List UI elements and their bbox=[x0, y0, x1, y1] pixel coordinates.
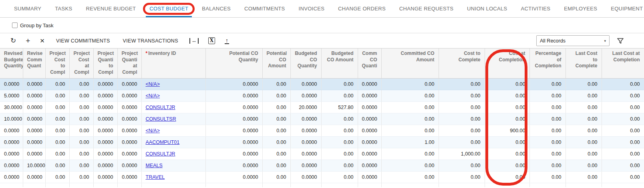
inventory-id-link[interactable]: CONSULTSR bbox=[146, 116, 176, 122]
cell[interactable]: 0.0000 bbox=[117, 136, 141, 148]
tab-tasks[interactable]: TASKS bbox=[51, 3, 76, 17]
tab-change-requests[interactable]: CHANGE REQUESTS bbox=[396, 3, 457, 17]
cell[interactable]: 0.0000 bbox=[23, 171, 45, 183]
cell[interactable]: 0.0000 bbox=[93, 171, 117, 183]
upload-icon[interactable]: ↑ bbox=[225, 37, 229, 44]
cell[interactable]: 0.00 bbox=[69, 78, 93, 90]
cell[interactable]: 0.00 bbox=[45, 160, 69, 171]
cell[interactable]: 0.0000 bbox=[205, 148, 262, 160]
cell[interactable]: 0.00 bbox=[321, 78, 358, 90]
tab-balances[interactable]: BALANCES bbox=[198, 3, 234, 17]
cell[interactable]: 1.00 bbox=[381, 136, 439, 148]
cell[interactable]: 0.00 bbox=[69, 113, 93, 125]
cell[interactable]: 0.00 bbox=[69, 160, 93, 171]
inventory-id-link[interactable]: CONSULTJR bbox=[146, 105, 175, 110]
cell[interactable]: <N/A> bbox=[141, 78, 205, 90]
cell[interactable]: 0.0000 bbox=[93, 136, 117, 148]
records-filter-dropdown[interactable]: All Records ▾ bbox=[536, 35, 610, 46]
cell[interactable]: 0.0000 bbox=[358, 101, 381, 113]
cell[interactable]: 0.0000 bbox=[117, 148, 141, 160]
column-header-project-cost-at-compl[interactable]: Project Cost at Compl bbox=[69, 49, 93, 78]
cell[interactable]: 0.00 bbox=[381, 78, 439, 90]
cell[interactable]: 0.00 bbox=[381, 90, 439, 101]
cell[interactable]: MEALS bbox=[141, 160, 205, 171]
column-header-budgeted-co-quantity[interactable]: Budgeted CO Quantity bbox=[290, 49, 321, 78]
cell[interactable]: 0.00 bbox=[262, 78, 290, 90]
cell[interactable]: 0.0000 bbox=[23, 90, 45, 101]
cell[interactable]: 0.00 bbox=[439, 90, 485, 101]
cell[interactable]: 0.00 bbox=[602, 136, 644, 148]
cell[interactable]: 0.0000 bbox=[117, 171, 141, 183]
table-row[interactable]: 10.00000.00000.000.000.00000.0000CONSULT… bbox=[0, 113, 644, 125]
cell[interactable]: CONSULTJR bbox=[141, 148, 205, 160]
column-header-revised-budgeted-quantity[interactable]: Revised Budgeted Quantity bbox=[0, 49, 23, 78]
cell[interactable]: 0.00 bbox=[69, 125, 93, 136]
cell[interactable]: 0.00 bbox=[321, 136, 358, 148]
cell[interactable]: 0.00 bbox=[381, 171, 439, 183]
table-row[interactable]: 30.00000.00000.000.000.00000.0000CONSULT… bbox=[0, 101, 644, 113]
column-header-last-cost-to-complete[interactable]: Last Cost to Complete bbox=[566, 49, 602, 78]
cell[interactable]: 0.00 bbox=[485, 148, 529, 160]
cell[interactable]: 0.00 bbox=[439, 113, 485, 125]
tab-revenue-budget[interactable]: REVENUE BUDGET bbox=[82, 3, 139, 17]
cell[interactable]: 0.0000 bbox=[358, 171, 381, 183]
inventory-id-link[interactable]: CONSULTJR bbox=[146, 151, 175, 157]
cell[interactable]: 0.00 bbox=[485, 90, 529, 101]
cell[interactable]: 0.00 bbox=[566, 148, 602, 160]
cell[interactable]: 0.00 bbox=[566, 136, 602, 148]
column-header-cost-to-complete[interactable]: Cost to Complete bbox=[439, 49, 485, 78]
cell[interactable]: 0.0000 bbox=[23, 148, 45, 160]
cell[interactable]: <N/A> bbox=[141, 125, 205, 136]
cell[interactable]: 0.00 bbox=[69, 90, 93, 101]
group-by-task-checkbox[interactable] bbox=[12, 22, 18, 28]
cell[interactable]: 0.0000 bbox=[205, 90, 262, 101]
cell[interactable]: 0.00 bbox=[321, 171, 358, 183]
cell[interactable]: 0.0000 bbox=[290, 160, 321, 171]
cell[interactable]: 0.0000 bbox=[0, 160, 23, 171]
cell[interactable]: 0.00 bbox=[321, 125, 358, 136]
cell[interactable]: 527.80 bbox=[321, 101, 358, 113]
cell[interactable]: 0.0000 bbox=[358, 160, 381, 171]
cell[interactable]: 20.0000 bbox=[290, 101, 321, 113]
view-commitments-button[interactable]: VIEW COMMITMENTS bbox=[50, 38, 117, 44]
cell[interactable]: 0.00 bbox=[566, 171, 602, 183]
cell[interactable]: 10.0000 bbox=[23, 160, 45, 171]
cell[interactable]: 900.00 bbox=[485, 125, 529, 136]
cell[interactable]: 0.0000 bbox=[23, 101, 45, 113]
cell[interactable]: 0.00 bbox=[485, 101, 529, 113]
cell[interactable]: 0.00 bbox=[381, 101, 439, 113]
cell[interactable]: 0.0000 bbox=[117, 78, 141, 90]
cell[interactable]: 0.00 bbox=[439, 136, 485, 148]
cell[interactable]: 0.00 bbox=[566, 125, 602, 136]
cell[interactable]: 0.00 bbox=[602, 101, 644, 113]
cell[interactable]: 5.0000 bbox=[0, 90, 23, 101]
inventory-id-link[interactable]: <N/A> bbox=[146, 93, 160, 99]
cell[interactable]: 0.0000 bbox=[117, 125, 141, 136]
cell[interactable]: 10.0000 bbox=[0, 113, 23, 125]
cell[interactable]: 0.0000 bbox=[93, 148, 117, 160]
cell[interactable]: 0.0000 bbox=[117, 90, 141, 101]
cell[interactable]: 0.00 bbox=[45, 148, 69, 160]
cell[interactable]: 0.00 bbox=[69, 101, 93, 113]
cell[interactable]: 0.00 bbox=[262, 113, 290, 125]
column-header-potential-co-quantity[interactable]: Potential CO Quantity bbox=[205, 49, 262, 78]
cell[interactable]: 0.0000 bbox=[0, 136, 23, 148]
cell[interactable]: 0.0000 bbox=[290, 78, 321, 90]
cell[interactable]: CONSULTSR bbox=[141, 113, 205, 125]
cell[interactable]: 0.0000 bbox=[205, 125, 262, 136]
cell[interactable]: 0.00 bbox=[45, 171, 69, 183]
cell[interactable]: 0.0000 bbox=[290, 113, 321, 125]
inventory-id-link[interactable]: <N/A> bbox=[146, 128, 160, 133]
column-header-project-quanti-to-compl[interactable]: Project Quanti to Compl bbox=[93, 49, 117, 78]
cell[interactable]: 0.00 bbox=[485, 136, 529, 148]
cell[interactable]: 0.00 bbox=[262, 160, 290, 171]
column-header-budgeted-co-amount[interactable]: Budgeted CO Amount bbox=[321, 49, 358, 78]
cell[interactable]: 0.00 bbox=[69, 171, 93, 183]
table-row[interactable]: 5.00000.00000.000.000.00000.0000<N/A>0.0… bbox=[0, 90, 644, 101]
tab-union-locals[interactable]: UNION LOCALS bbox=[463, 3, 511, 17]
refresh-icon[interactable]: ↻ bbox=[6, 34, 21, 48]
view-transactions-button[interactable]: VIEW TRANSACTIONS bbox=[117, 38, 185, 44]
delete-row-icon[interactable]: ✕ bbox=[35, 34, 50, 48]
cell[interactable]: 0.00 bbox=[45, 78, 69, 90]
cell[interactable]: 0.00 bbox=[485, 160, 529, 171]
